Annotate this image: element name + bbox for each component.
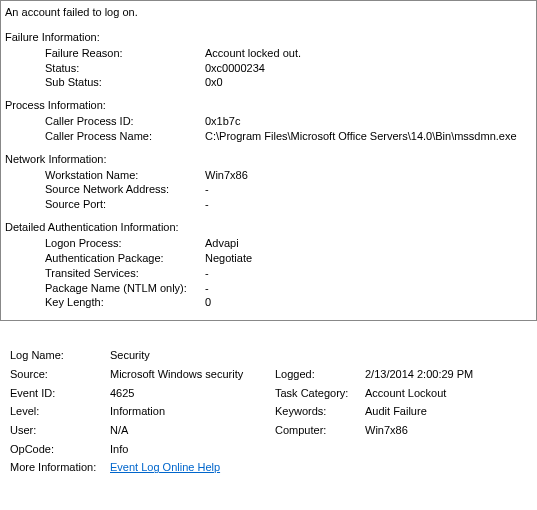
opcode-value: Info xyxy=(110,440,275,459)
keywords-label: Keywords: xyxy=(275,402,365,421)
workstation-label: Workstation Name: xyxy=(45,168,205,183)
summary-row: OpCode: Info xyxy=(10,440,527,459)
summary-row: Log Name: Security xyxy=(10,346,527,365)
transited-label: Transited Services: xyxy=(45,266,205,281)
logon-proc-label: Logon Process: xyxy=(45,236,205,251)
substatus-value: 0x0 xyxy=(205,75,530,90)
source-port-value: - xyxy=(205,197,530,212)
logged-value: 2/13/2014 2:00:29 PM xyxy=(365,365,527,384)
summary-row: More Information: Event Log Online Help xyxy=(10,458,527,477)
detail-row: Source Port: - xyxy=(5,197,530,212)
event-id-value: 4625 xyxy=(110,384,275,403)
workstation-value: Win7x86 xyxy=(205,168,530,183)
detail-row: Package Name (NTLM only): - xyxy=(5,281,530,296)
detail-row: Caller Process ID: 0x1b7c xyxy=(5,114,530,129)
source-port-label: Source Port: xyxy=(45,197,205,212)
detail-row: Sub Status: 0x0 xyxy=(5,75,530,90)
level-label: Level: xyxy=(10,402,110,421)
failure-reason-label: Failure Reason: xyxy=(45,46,205,61)
failure-reason-value: Account locked out. xyxy=(205,46,530,61)
caller-id-label: Caller Process ID: xyxy=(45,114,205,129)
status-label: Status: xyxy=(45,61,205,76)
detail-row: Workstation Name: Win7x86 xyxy=(5,168,530,183)
summary-row: User: N/A Computer: Win7x86 xyxy=(10,421,527,440)
level-value: Information xyxy=(110,402,275,421)
event-id-label: Event ID: xyxy=(10,384,110,403)
status-value: 0xc0000234 xyxy=(205,61,530,76)
summary-row: Source: Microsoft Windows security Logge… xyxy=(10,365,527,384)
task-cat-value: Account Lockout xyxy=(365,384,527,403)
logon-proc-value: Advapi xyxy=(205,236,530,251)
more-info-label: More Information: xyxy=(10,458,110,477)
event-log-online-help-link[interactable]: Event Log Online Help xyxy=(110,458,220,477)
transited-value: - xyxy=(205,266,530,281)
detail-row: Status: 0xc0000234 xyxy=(5,61,530,76)
pkg-name-label: Package Name (NTLM only): xyxy=(45,281,205,296)
caller-name-value: C:\Program Files\Microsoft Office Server… xyxy=(205,129,530,144)
source-addr-label: Source Network Address: xyxy=(45,182,205,197)
summary-row: Level: Information Keywords: Audit Failu… xyxy=(10,402,527,421)
opcode-label: OpCode: xyxy=(10,440,110,459)
process-info-header: Process Information: xyxy=(5,98,530,113)
detail-row: Failure Reason: Account locked out. xyxy=(5,46,530,61)
keywords-value: Audit Failure xyxy=(365,402,527,421)
computer-value: Win7x86 xyxy=(365,421,527,440)
source-label: Source: xyxy=(10,365,110,384)
auth-pkg-label: Authentication Package: xyxy=(45,251,205,266)
source-addr-value: - xyxy=(205,182,530,197)
detail-row: Authentication Package: Negotiate xyxy=(5,251,530,266)
user-value: N/A xyxy=(110,421,275,440)
key-len-label: Key Length: xyxy=(45,295,205,310)
substatus-label: Sub Status: xyxy=(45,75,205,90)
source-value: Microsoft Windows security xyxy=(110,365,275,384)
key-len-value: 0 xyxy=(205,295,530,310)
event-description-panel: An account failed to log on. Failure Inf… xyxy=(0,0,537,321)
caller-id-value: 0x1b7c xyxy=(205,114,530,129)
logged-label: Logged: xyxy=(275,365,365,384)
detail-row: Logon Process: Advapi xyxy=(5,236,530,251)
pkg-name-value: - xyxy=(205,281,530,296)
auth-pkg-value: Negotiate xyxy=(205,251,530,266)
auth-info-header: Detailed Authentication Information: xyxy=(5,220,530,235)
network-info-header: Network Information: xyxy=(5,152,530,167)
detail-row: Source Network Address: - xyxy=(5,182,530,197)
summary-row: Event ID: 4625 Task Category: Account Lo… xyxy=(10,384,527,403)
detail-row: Key Length: 0 xyxy=(5,295,530,310)
failure-info-header: Failure Information: xyxy=(5,30,530,45)
user-label: User: xyxy=(10,421,110,440)
event-summary-panel: Log Name: Security Source: Microsoft Win… xyxy=(0,336,537,487)
detail-row: Transited Services: - xyxy=(5,266,530,281)
computer-label: Computer: xyxy=(275,421,365,440)
log-name-label: Log Name: xyxy=(10,346,110,365)
task-cat-label: Task Category: xyxy=(275,384,365,403)
caller-name-label: Caller Process Name: xyxy=(45,129,205,144)
detail-row: Caller Process Name: C:\Program Files\Mi… xyxy=(5,129,530,144)
event-header: An account failed to log on. xyxy=(5,5,530,20)
log-name-value: Security xyxy=(110,346,275,365)
